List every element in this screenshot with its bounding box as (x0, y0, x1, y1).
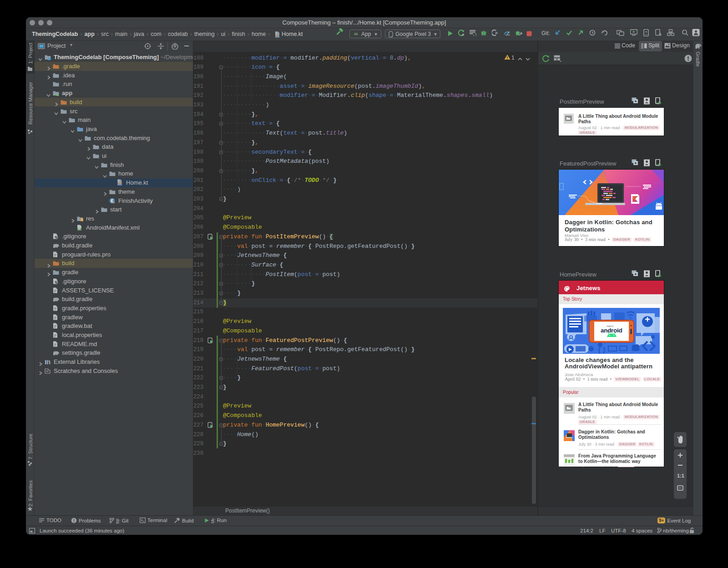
svg-text:{ }: { } (598, 346, 606, 354)
svg-text:1:1: 1:1 (677, 473, 684, 478)
svg-text:A: A (462, 33, 464, 36)
svg-text:android: android (601, 327, 622, 334)
svg-text:MF: MF (78, 228, 81, 230)
